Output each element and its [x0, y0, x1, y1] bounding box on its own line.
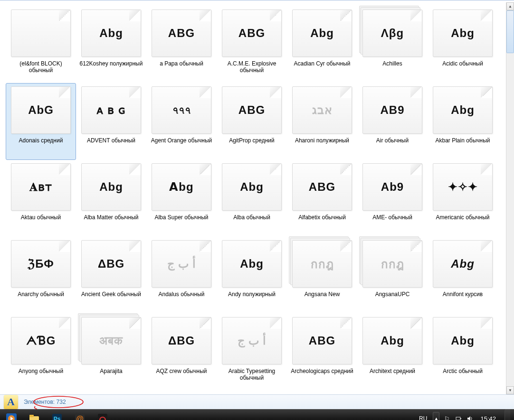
font-thumbnail: अबक	[81, 316, 142, 365]
font-item[interactable]: ᴀ ʙ ɢADVENT обычный	[76, 83, 146, 160]
font-preview-text: أ ب ج	[238, 334, 266, 347]
taskbar-app-photoshop[interactable]: Ps	[46, 410, 68, 420]
svg-marker-15	[467, 416, 470, 420]
font-thumbnail: أ ب ج	[221, 316, 282, 365]
power-icon[interactable]	[455, 415, 462, 420]
font-item[interactable]: AbgAnnifont курсив	[428, 237, 498, 314]
font-item[interactable]: AB9Air обычный	[357, 83, 428, 160]
font-item[interactable]: AbgAcidic обычный	[428, 6, 498, 83]
font-item[interactable]: ΔBGAQZ crew обычный	[146, 314, 217, 391]
font-thumbnail: ABG	[292, 162, 352, 212]
vertical-scrollbar[interactable]: ▲ ▼	[506, 2, 514, 394]
font-item[interactable]: (el&font BLOCK) обычный	[6, 6, 76, 83]
font-item-label: Alba Matter обычный	[83, 214, 139, 221]
font-preview-text: ΔBG	[98, 257, 124, 271]
font-item[interactable]: กกฎAngsana New	[287, 237, 357, 314]
font-item[interactable]: ABGa Papa обычный	[146, 6, 217, 83]
font-item-label: Agent Orange обычный	[150, 137, 213, 144]
font-preview-text: Abg	[451, 27, 475, 40]
scroll-thumb[interactable]	[506, 10, 514, 53]
font-item[interactable]: AbgAlba обычный	[217, 160, 287, 237]
font-thumbnail: אבג	[292, 85, 352, 135]
font-thumbnail: Abg	[432, 85, 493, 135]
font-item-label: Andy полужирный	[227, 290, 276, 298]
status-text: Элементов: 732	[24, 399, 66, 405]
font-item[interactable]: AbgArctic обычный	[428, 314, 498, 391]
scroll-down-button[interactable]: ▼	[506, 386, 514, 394]
font-item[interactable]: ✦✧✦Americanic обычный	[428, 160, 498, 237]
font-item[interactable]: أ ب جArabic Typesetting обычный	[217, 314, 287, 391]
tray-expand-icon[interactable]: ▲	[433, 412, 439, 420]
font-item[interactable]: ℨБФAnarchy обычный	[6, 237, 76, 314]
scroll-up-button[interactable]: ▲	[506, 2, 514, 10]
font-thumbnail: 𝐀ʙᴛ	[10, 162, 71, 212]
font-item-label: AQZ crew обычный	[155, 367, 208, 375]
taskbar-app-explorer[interactable]	[23, 410, 45, 420]
font-thumbnail: ABG	[221, 9, 282, 58]
font-thumbnail: Abg	[432, 316, 493, 365]
font-item[interactable]: AbgAcadian Cyr обычный	[287, 6, 357, 83]
font-preview-text: Abg	[451, 103, 475, 117]
taskbar: Ps @ RU ▲ ⚐ 15:42	[0, 409, 514, 420]
font-item-label: Angsana New	[304, 290, 341, 298]
font-item-label: Alba обычный	[232, 214, 271, 221]
font-preview-text: ABG	[309, 334, 335, 347]
font-preview-text: ᴀ ʙ ɢ	[96, 103, 125, 117]
show-desktop-button[interactable]	[504, 409, 510, 420]
language-indicator[interactable]: RU	[417, 414, 429, 420]
font-thumbnail: Ab9	[362, 162, 423, 212]
font-item[interactable]: Abg612Koshey полужирный	[76, 6, 146, 83]
font-item[interactable]: กกฎAngsanaUPC	[357, 237, 428, 314]
font-thumbnail: ABG	[221, 85, 282, 135]
font-item[interactable]: ৭৭৭Agent Orange обычный	[146, 83, 217, 160]
font-item[interactable]: AbgArchitext средний	[357, 314, 428, 391]
font-item-label: Architext средний	[369, 367, 416, 375]
font-thumbnail: ✦✧✦	[432, 162, 493, 212]
font-thumbnail: ABG	[151, 9, 212, 58]
taskbar-app-mail[interactable]: @	[69, 410, 91, 420]
font-item-label: Aktau обычный	[20, 214, 62, 221]
font-item[interactable]: ᗅƁGAnyong обычный	[6, 314, 76, 391]
volume-icon[interactable]	[466, 415, 474, 420]
font-item[interactable]: ABGAgitProp средний	[217, 83, 287, 160]
font-item[interactable]: ABGA.C.M.E. Explosive обычный	[217, 6, 287, 83]
font-preview-text: أ ب ج	[167, 257, 195, 271]
font-item-label: ADVENT обычный	[86, 137, 136, 144]
font-item-label: Adonais средний	[18, 137, 64, 144]
taskbar-app-headphones[interactable]	[92, 410, 114, 420]
font-item[interactable]: अबकAparajita	[76, 314, 146, 391]
font-preview-text: ABG	[309, 180, 335, 194]
font-item[interactable]: ABGAlfabetix обычный	[287, 160, 357, 237]
font-item-label: Acadian Cyr обычный	[293, 60, 351, 67]
font-item[interactable]: Ab9AME- обычный	[357, 160, 428, 237]
font-item[interactable]: 𝗔bgAlba Super обычный	[146, 160, 217, 237]
font-item[interactable]: ΛβgAchilles	[357, 6, 428, 83]
fonts-folder-icon: A	[4, 395, 18, 409]
font-item[interactable]: AbGAdonais средний	[6, 83, 76, 160]
font-preview-text: Abg	[99, 27, 123, 40]
font-item[interactable]: ABGArcheologicaps средний	[287, 314, 357, 391]
font-item[interactable]: AbgAndy полужирный	[217, 237, 287, 314]
font-preview-text: กกฎ	[381, 255, 404, 273]
font-item[interactable]: AbgAkbar Plain обычный	[428, 83, 498, 160]
flag-icon[interactable]: ⚐	[443, 415, 451, 420]
font-preview-text: Ab9	[381, 180, 404, 194]
font-item[interactable]: ΔBGAncient Geek обычный	[76, 237, 146, 314]
font-thumbnail: ΔBG	[81, 239, 142, 289]
font-item-label: Annifont курсив	[442, 290, 484, 298]
font-preview-text: Abg	[240, 180, 264, 194]
font-thumbnail: Abg	[292, 9, 352, 58]
font-preview-text: 𝐀ʙᴛ	[29, 180, 52, 194]
taskbar-app-media-player[interactable]	[0, 410, 22, 420]
font-item-label: Arctic обычный	[442, 367, 484, 375]
font-item[interactable]: AbgAlba Matter обычный	[76, 160, 146, 237]
taskbar-clock[interactable]: 15:42	[477, 415, 499, 420]
font-grid: (el&font BLOCK) обычныйAbg612Koshey полу…	[0, 2, 506, 394]
font-item[interactable]: أ ب جAndalus обычный	[146, 237, 217, 314]
font-thumbnail: 𝗔bg	[151, 162, 212, 212]
font-item[interactable]: אבגAharoni полужирный	[287, 83, 357, 160]
font-thumbnail: Abg	[81, 162, 142, 212]
font-thumbnail: กกฎ	[362, 239, 423, 289]
font-item[interactable]: 𝐀ʙᴛAktau обычный	[6, 160, 76, 237]
scroll-track[interactable]	[506, 10, 514, 386]
